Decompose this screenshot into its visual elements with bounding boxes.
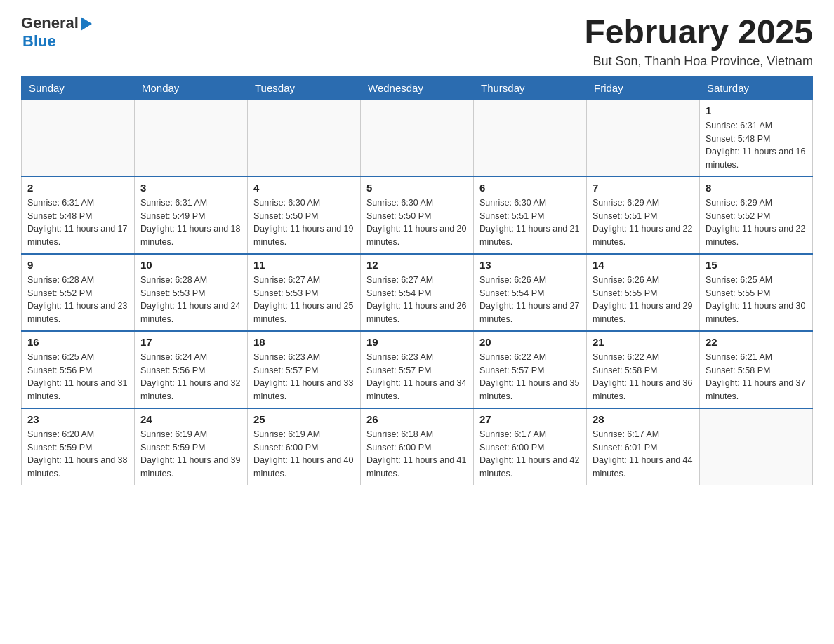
calendar-day-cell: 3Sunrise: 6:31 AMSunset: 5:49 PMDaylight… (135, 177, 248, 254)
day-number: 27 (479, 413, 581, 425)
calendar-day-cell: 25Sunrise: 6:19 AMSunset: 6:00 PMDayligh… (248, 408, 361, 485)
calendar-day-cell: 15Sunrise: 6:25 AMSunset: 5:55 PMDayligh… (700, 254, 813, 331)
day-info: Sunrise: 6:28 AMSunset: 5:53 PMDaylight:… (140, 274, 241, 326)
day-info: Sunrise: 6:28 AMSunset: 5:52 PMDaylight:… (27, 274, 128, 326)
day-info: Sunrise: 6:23 AMSunset: 5:57 PMDaylight:… (253, 351, 355, 403)
day-info: Sunrise: 6:21 AMSunset: 5:58 PMDaylight:… (706, 351, 807, 403)
calendar-day-cell (22, 100, 135, 177)
day-number: 9 (27, 259, 128, 271)
day-number: 19 (366, 336, 468, 348)
calendar-week-row-3: 9Sunrise: 6:28 AMSunset: 5:52 PMDaylight… (22, 254, 813, 331)
calendar-day-cell (587, 100, 700, 177)
day-number: 24 (140, 413, 241, 425)
calendar-day-cell: 22Sunrise: 6:21 AMSunset: 5:58 PMDayligh… (700, 331, 813, 408)
day-number: 22 (706, 336, 807, 348)
day-number: 7 (593, 182, 694, 194)
day-info: Sunrise: 6:31 AMSunset: 5:48 PMDaylight:… (27, 196, 128, 249)
page-header: General Blue February 2025 But Son, Than… (21, 14, 813, 69)
day-info: Sunrise: 6:17 AMSunset: 6:01 PMDaylight:… (593, 428, 694, 481)
day-number: 13 (479, 259, 581, 271)
day-info: Sunrise: 6:30 AMSunset: 5:51 PMDaylight:… (479, 196, 581, 249)
calendar-day-cell: 1Sunrise: 6:31 AMSunset: 5:48 PMDaylight… (700, 100, 813, 177)
weekday-header-sunday: Sunday (22, 76, 135, 100)
day-number: 4 (253, 182, 355, 194)
logo-blue-text: Blue (22, 32, 56, 51)
calendar-day-cell: 13Sunrise: 6:26 AMSunset: 5:54 PMDayligh… (474, 254, 587, 331)
calendar-day-cell: 7Sunrise: 6:29 AMSunset: 5:51 PMDaylight… (587, 177, 700, 254)
day-info: Sunrise: 6:30 AMSunset: 5:50 PMDaylight:… (366, 196, 468, 249)
calendar-day-cell: 2Sunrise: 6:31 AMSunset: 5:48 PMDaylight… (22, 177, 135, 254)
day-number: 23 (27, 413, 128, 425)
day-number: 18 (253, 336, 355, 348)
calendar-day-cell: 23Sunrise: 6:20 AMSunset: 5:59 PMDayligh… (22, 408, 135, 485)
calendar-week-row-1: 1Sunrise: 6:31 AMSunset: 5:48 PMDaylight… (22, 100, 813, 177)
logo-general-text: General (21, 14, 79, 32)
day-info: Sunrise: 6:18 AMSunset: 6:00 PMDaylight:… (366, 428, 468, 481)
weekday-header-monday: Monday (135, 76, 248, 100)
month-title: February 2025 (584, 14, 813, 51)
calendar-day-cell: 21Sunrise: 6:22 AMSunset: 5:58 PMDayligh… (587, 331, 700, 408)
day-info: Sunrise: 6:20 AMSunset: 5:59 PMDaylight:… (27, 428, 128, 481)
weekday-header-wednesday: Wednesday (361, 76, 474, 100)
day-number: 11 (253, 259, 355, 271)
day-info: Sunrise: 6:31 AMSunset: 5:49 PMDaylight:… (140, 196, 241, 249)
day-info: Sunrise: 6:24 AMSunset: 5:56 PMDaylight:… (140, 351, 241, 403)
day-number: 25 (253, 413, 355, 425)
day-info: Sunrise: 6:23 AMSunset: 5:57 PMDaylight:… (366, 351, 468, 403)
day-number: 16 (27, 336, 128, 348)
day-info: Sunrise: 6:25 AMSunset: 5:56 PMDaylight:… (27, 351, 128, 403)
location-text: But Son, Thanh Hoa Province, Vietnam (584, 54, 813, 69)
day-info: Sunrise: 6:26 AMSunset: 5:54 PMDaylight:… (479, 274, 581, 326)
calendar-day-cell: 24Sunrise: 6:19 AMSunset: 5:59 PMDayligh… (135, 408, 248, 485)
day-number: 6 (479, 182, 581, 194)
logo-arrow-icon (81, 17, 92, 31)
weekday-header-tuesday: Tuesday (248, 76, 361, 100)
calendar-day-cell: 14Sunrise: 6:26 AMSunset: 5:55 PMDayligh… (587, 254, 700, 331)
calendar-day-cell: 18Sunrise: 6:23 AMSunset: 5:57 PMDayligh… (248, 331, 361, 408)
calendar-day-cell: 10Sunrise: 6:28 AMSunset: 5:53 PMDayligh… (135, 254, 248, 331)
day-number: 15 (706, 259, 807, 271)
day-number: 1 (706, 105, 807, 116)
logo: General Blue (21, 14, 92, 51)
calendar-day-cell: 4Sunrise: 6:30 AMSunset: 5:50 PMDaylight… (248, 177, 361, 254)
day-info: Sunrise: 6:19 AMSunset: 5:59 PMDaylight:… (140, 428, 241, 481)
day-number: 5 (366, 182, 468, 194)
day-info: Sunrise: 6:31 AMSunset: 5:48 PMDaylight:… (706, 119, 807, 172)
calendar-day-cell: 28Sunrise: 6:17 AMSunset: 6:01 PMDayligh… (587, 408, 700, 485)
calendar-day-cell: 27Sunrise: 6:17 AMSunset: 6:00 PMDayligh… (474, 408, 587, 485)
day-number: 28 (593, 413, 694, 425)
day-info: Sunrise: 6:29 AMSunset: 5:51 PMDaylight:… (593, 196, 694, 249)
calendar-day-cell: 8Sunrise: 6:29 AMSunset: 5:52 PMDaylight… (700, 177, 813, 254)
day-info: Sunrise: 6:29 AMSunset: 5:52 PMDaylight:… (706, 196, 807, 249)
day-number: 2 (27, 182, 128, 194)
calendar-day-cell (361, 100, 474, 177)
calendar-day-cell (248, 100, 361, 177)
day-info: Sunrise: 6:25 AMSunset: 5:55 PMDaylight:… (706, 274, 807, 326)
day-number: 17 (140, 336, 241, 348)
calendar-day-cell (700, 408, 813, 485)
day-number: 10 (140, 259, 241, 271)
calendar-day-cell (135, 100, 248, 177)
weekday-header-row: SundayMondayTuesdayWednesdayThursdayFrid… (22, 76, 813, 100)
day-info: Sunrise: 6:22 AMSunset: 5:58 PMDaylight:… (593, 351, 694, 403)
day-info: Sunrise: 6:22 AMSunset: 5:57 PMDaylight:… (479, 351, 581, 403)
calendar-day-cell: 5Sunrise: 6:30 AMSunset: 5:50 PMDaylight… (361, 177, 474, 254)
calendar-week-row-2: 2Sunrise: 6:31 AMSunset: 5:48 PMDaylight… (22, 177, 813, 254)
calendar-day-cell (474, 100, 587, 177)
weekday-header-saturday: Saturday (700, 76, 813, 100)
day-number: 21 (593, 336, 694, 348)
calendar-week-row-4: 16Sunrise: 6:25 AMSunset: 5:56 PMDayligh… (22, 331, 813, 408)
day-number: 14 (593, 259, 694, 271)
day-number: 26 (366, 413, 468, 425)
calendar-day-cell: 6Sunrise: 6:30 AMSunset: 5:51 PMDaylight… (474, 177, 587, 254)
day-info: Sunrise: 6:30 AMSunset: 5:50 PMDaylight:… (253, 196, 355, 249)
calendar-table: SundayMondayTuesdayWednesdayThursdayFrid… (21, 76, 813, 485)
weekday-header-friday: Friday (587, 76, 700, 100)
day-info: Sunrise: 6:19 AMSunset: 6:00 PMDaylight:… (253, 428, 355, 481)
calendar-day-cell: 9Sunrise: 6:28 AMSunset: 5:52 PMDaylight… (22, 254, 135, 331)
calendar-day-cell: 20Sunrise: 6:22 AMSunset: 5:57 PMDayligh… (474, 331, 587, 408)
weekday-header-thursday: Thursday (474, 76, 587, 100)
day-info: Sunrise: 6:27 AMSunset: 5:53 PMDaylight:… (253, 274, 355, 326)
calendar-day-cell: 17Sunrise: 6:24 AMSunset: 5:56 PMDayligh… (135, 331, 248, 408)
calendar-day-cell: 26Sunrise: 6:18 AMSunset: 6:00 PMDayligh… (361, 408, 474, 485)
